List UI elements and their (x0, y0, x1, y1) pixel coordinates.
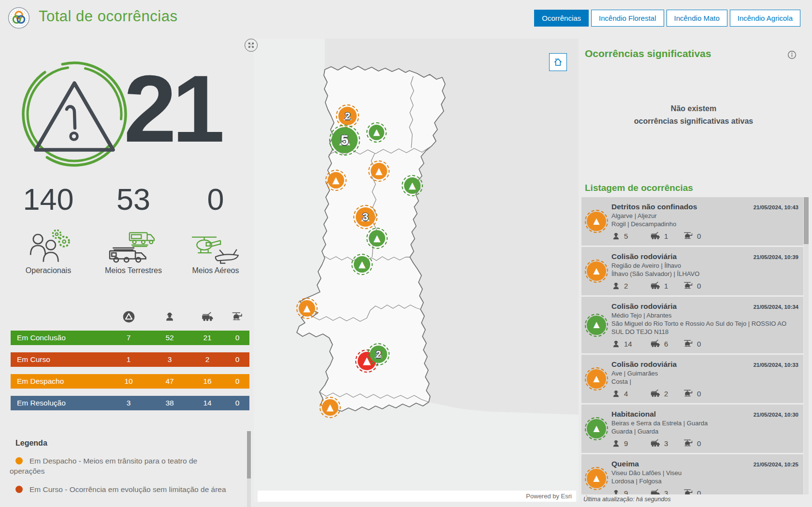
triangle-icon: ▲ (373, 128, 380, 136)
status-row-value: 3 (107, 399, 150, 407)
occurrence-title: Colisão rodoviária (611, 251, 677, 261)
expand-map-button[interactable] (245, 39, 258, 52)
aerial-means-label: Meios Aéreos (175, 266, 256, 275)
occurrence-title: Colisão rodoviária (611, 359, 677, 369)
cluster-count: 5 (332, 132, 358, 148)
home-button[interactable] (549, 53, 567, 71)
occurrence-title: Habitacional (611, 409, 656, 419)
triangle-icon: ▲ (304, 303, 311, 312)
map-marker[interactable]: ▲ (404, 177, 420, 194)
status-row-label: Em Despacho (11, 377, 107, 386)
triangle-icon: ▲ (374, 233, 381, 242)
map-marker[interactable]: ▲ (369, 230, 385, 246)
personnel-count: 2 (624, 282, 628, 290)
occurrence-list-scrollbar[interactable] (804, 197, 809, 494)
tab-inc-ndio-mato[interactable]: Incêndio Mato (667, 10, 727, 27)
vehicles-count: 3 (664, 489, 668, 495)
map-cluster-marker[interactable]: ▲2 (338, 107, 357, 125)
legend-title: Legenda (15, 439, 228, 448)
occurrence-marker-icon: ▲ (587, 469, 606, 488)
legend-dot-icon (15, 486, 23, 493)
status-row[interactable]: Em Curso1320 (11, 352, 249, 367)
tab-inc-ndio-agricola[interactable]: Incêndio Agricola (730, 10, 800, 27)
map-cluster-marker[interactable]: ▲3 (356, 207, 375, 227)
legend-item-text: Em Despacho - Meios em trânsito para o t… (10, 457, 197, 475)
occurrences-icon (107, 310, 150, 323)
ground-means-value: 53 (93, 178, 174, 220)
personnel-icon (611, 489, 621, 495)
list-item[interactable]: ▲ Queima 21/05/2024, 10:25 Viseu Dão Laf… (581, 454, 803, 494)
triangle-icon: ▲ (409, 180, 416, 189)
fire-trucks-icon (93, 220, 174, 265)
personnel-icon (150, 311, 189, 322)
status-row-label: Em Conclusão (11, 333, 107, 342)
occurrence-locality: Guarda | Guarda (611, 427, 798, 435)
map-marker[interactable]: ▲ (354, 256, 370, 273)
tab-ocorr-ncias[interactable]: Ocorrências (534, 10, 589, 27)
vehicles-count: 1 (664, 282, 668, 290)
personnel-icon (611, 389, 621, 398)
aircraft-count: 0 (697, 232, 701, 240)
personnel-icon (611, 281, 621, 290)
occurrence-region: Ave | Guimarães (611, 369, 798, 377)
map-marker[interactable]: ▲ (369, 125, 384, 140)
aircraft-icon (683, 280, 694, 291)
map-marker[interactable]: ▲ (299, 300, 315, 317)
ground-vehicles-icon (650, 280, 661, 291)
status-row[interactable]: Em Resolução338140 (11, 396, 249, 410)
triangle-icon: ▲ (362, 211, 370, 222)
triangle-icon: ▲ (376, 166, 383, 175)
no-significant-occurrences-message: Não existem ocorrências significativas a… (585, 102, 802, 128)
status-row-value: 0 (225, 333, 249, 342)
occurrence-marker-icon: ▲ (587, 419, 606, 438)
status-row-value: 0 (225, 355, 249, 364)
status-row-value: 7 (107, 333, 150, 342)
status-row-value: 21 (189, 333, 225, 342)
anepc-logo (8, 7, 30, 29)
aircraft-icon (683, 438, 694, 449)
map-attribution: Powered by Esri (258, 491, 576, 502)
aircraft-count: 0 (697, 439, 701, 448)
aircraft-icon (683, 488, 694, 494)
list-item[interactable]: ▲ Detritos não confinados 21/05/2024, 10… (581, 197, 803, 246)
list-item[interactable]: ▲ Colisão rodoviária 21/05/2024, 10:34 M… (581, 297, 803, 353)
map-cluster-marker[interactable]: ▲5 (332, 127, 358, 153)
status-row[interactable]: Em Conclusão752210 (11, 331, 249, 345)
ground-vehicles-icon (650, 488, 661, 494)
ground-vehicles-icon (650, 438, 661, 449)
info-icon[interactable] (787, 50, 797, 61)
significant-occurrences-title: Ocorrências significativas (585, 48, 711, 59)
occurrence-title: Queima (611, 459, 639, 469)
portugal-map[interactable]: ▲2▲▲5▲▲▲▲3▲▲▲▲▲2▲ Powered by Esri (254, 39, 579, 502)
cluster-count: 2 (370, 349, 387, 360)
occurrence-locality: São Miguel do Rio Torto e Rossio Ao Sul … (611, 319, 798, 336)
status-row-value: 14 (189, 399, 225, 407)
occurrence-title: Detritos não confinados (611, 202, 697, 212)
map-marker[interactable]: ▲ (322, 399, 338, 416)
left-panel-scrollbar[interactable] (247, 431, 251, 507)
ground-means-label: Meios Terrestres (93, 266, 174, 275)
legend-panel: Legenda Em Despacho - Meios em trânsito … (10, 439, 228, 494)
occurrence-timestamp: 21/05/2024, 10:25 (750, 462, 798, 467)
expand-icon (247, 42, 255, 49)
list-item[interactable]: ▲ Colisão rodoviária 21/05/2024, 10:33 A… (581, 355, 803, 403)
vehicles-count: 3 (664, 439, 668, 448)
status-row[interactable]: Em Despacho1047160 (11, 374, 249, 389)
operationals-label: Operacionais (8, 266, 89, 275)
aircraft-icon (683, 338, 694, 349)
legend-item-text: Em Curso - Ocorrência em evolução sem li… (29, 485, 226, 493)
list-item[interactable]: ▲ Colisão rodoviária 21/05/2024, 10:39 R… (581, 247, 803, 295)
tab-inc-ndio-florestal[interactable]: Incêndio Florestal (591, 10, 664, 27)
list-item[interactable]: ▲ Habitacional 21/05/2024, 10:30 Beiras … (581, 405, 803, 453)
map-marker[interactable]: ▲ (328, 172, 344, 188)
map-cluster-marker[interactable]: ▲2 (370, 346, 387, 363)
legend-dot-icon (15, 457, 23, 464)
occurrence-marker-icon: ▲ (587, 212, 606, 231)
aerial-means-value: 0 (175, 178, 256, 220)
map-marker[interactable]: ▲ (371, 163, 387, 179)
aircraft-icon (683, 231, 694, 241)
occurrence-marker-icon: ▲ (587, 369, 606, 389)
total-occurrences-value: 21 (124, 62, 220, 157)
vehicles-count: 1 (664, 232, 668, 240)
occurrence-timestamp: 21/05/2024, 10:43 (750, 204, 798, 210)
